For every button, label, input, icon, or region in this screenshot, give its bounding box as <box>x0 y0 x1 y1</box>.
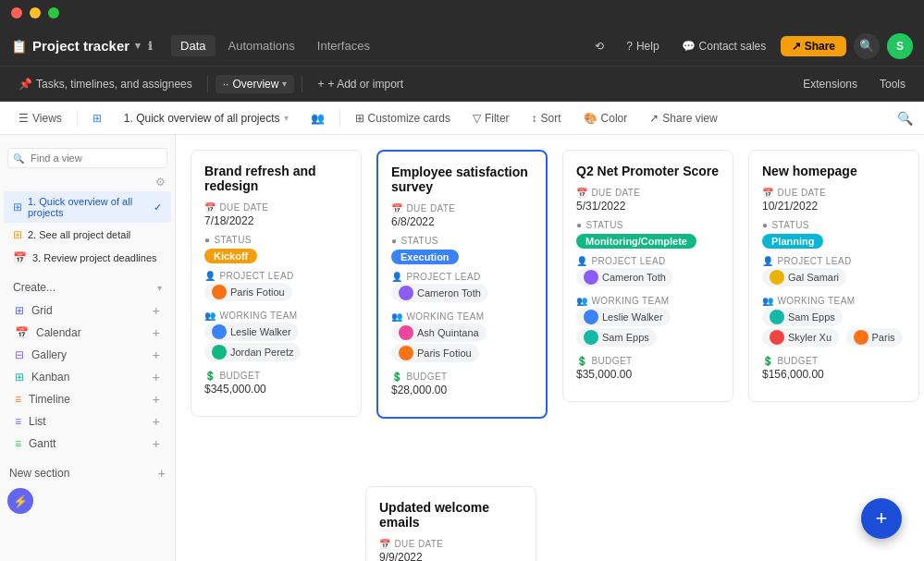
settings-icon[interactable]: ⚙ <box>155 176 166 189</box>
bolt-button[interactable]: ⚡ <box>7 488 33 514</box>
working-team-label: 👥 WORKING TEAM <box>576 296 720 306</box>
avatar <box>584 330 598 345</box>
find-view-input[interactable] <box>7 148 167 168</box>
calendar-icon: 📅 <box>13 251 27 264</box>
info-icon[interactable]: ℹ <box>148 40 153 53</box>
subnav-tasks[interactable]: 📌 Tasks, timelines, and assignees <box>11 75 200 93</box>
chat-icon: 💬 <box>682 40 696 53</box>
card-brand-refresh[interactable]: Brand refresh and redesign 📅 DUE DATE 7/… <box>191 150 362 417</box>
status-label: ● STATUS <box>576 220 720 230</box>
tab-interfaces[interactable]: Interfaces <box>308 35 379 56</box>
new-section-label: New section <box>9 467 69 480</box>
minimize-button[interactable] <box>30 7 41 18</box>
avatar <box>770 330 784 345</box>
add-icon: + <box>153 303 160 318</box>
budget-label: 💲 BUDGET <box>204 371 348 381</box>
close-button[interactable] <box>11 7 22 18</box>
budget-value: $345,000.00 <box>204 383 348 396</box>
search-icon: 🔍 <box>13 153 24 164</box>
sidebar-item-view3[interactable]: 📅 3. Review project deadlines <box>4 247 171 269</box>
grid-icon: ⊞ <box>13 228 22 241</box>
due-date-value: 5/31/2022 <box>576 200 720 213</box>
people-icon-btn[interactable]: 👥 <box>303 109 332 128</box>
due-date-label: 📅 DUE DATE <box>391 203 533 213</box>
toolbar-divider2 <box>339 110 340 127</box>
create-gallery[interactable]: ⊟ Gallery + <box>9 344 166 366</box>
sidebar-item-view2[interactable]: ⊞ 2. See all project detail <box>4 224 171 246</box>
avatar <box>399 286 413 300</box>
card-q2-nps[interactable]: Q2 Net Promoter Score 📅 DUE DATE 5/31/20… <box>562 150 733 402</box>
team-chip: Sam Epps <box>762 308 843 326</box>
tools-button[interactable]: Tools <box>872 74 913 94</box>
filter-button[interactable]: ▽ Filter <box>465 109 517 128</box>
calendar-icon: 📅 <box>391 203 402 213</box>
create-timeline[interactable]: ≡ Timeline + <box>9 388 166 410</box>
calendar-icon: 📅 <box>762 188 773 198</box>
card-new-homepage[interactable]: New homepage 📅 DUE DATE 10/21/2022 ● STA… <box>748 150 919 402</box>
working-team-label: 👥 WORKING TEAM <box>391 311 533 322</box>
project-lead-field: 👤 PROJECT LEAD Gal Samari <box>762 256 906 288</box>
history-button[interactable]: ⟲ <box>587 36 611 56</box>
card-employee-satisfaction[interactable]: Employee satisfaction survey 📅 DUE DATE … <box>376 150 548 419</box>
checkmark-icon: ✓ <box>154 201 162 213</box>
subnav-divider2 <box>302 76 302 92</box>
sidebar-item-view1[interactable]: ⊞ 1. Quick overview of all projects ✓ <box>4 191 171 223</box>
card-welcome-emails[interactable]: Updated welcome emails 📅 DUE DATE 9/9/20… <box>365 486 536 561</box>
color-button[interactable]: 🎨 Color <box>576 109 635 128</box>
cards-area: Brand refresh and redesign 📅 DUE DATE 7/… <box>176 135 924 561</box>
status-icon: ● <box>204 235 210 245</box>
project-lead-label: 👤 PROJECT LEAD <box>204 271 348 281</box>
subnav-add[interactable]: + + Add or import <box>310 75 411 93</box>
contact-sales-button[interactable]: 💬 Contact sales <box>674 36 774 56</box>
budget-label: 💲 BUDGET <box>576 356 720 366</box>
share-button[interactable]: ↗ Share <box>781 36 846 56</box>
sidebar-search[interactable]: 🔍 <box>7 148 167 168</box>
avatar[interactable]: S <box>887 33 913 59</box>
subnav-overview[interactable]: ·· Overview ▾ <box>216 75 295 93</box>
card-column-2: Employee satisfaction survey 📅 DUE DATE … <box>376 150 548 430</box>
tab-automations[interactable]: Automations <box>219 35 304 56</box>
due-date-label: 📅 DUE DATE <box>204 202 348 213</box>
views-toggle[interactable]: ☰ Views <box>11 109 69 128</box>
due-date-field: 📅 DUE DATE 6/8/2022 <box>391 203 533 228</box>
create-kanban[interactable]: ⊞ Kanban + <box>9 366 166 388</box>
sort-icon: ↕ <box>532 112 537 125</box>
create-list[interactable]: ≡ List + <box>9 410 166 433</box>
tab-data[interactable]: Data <box>171 35 215 56</box>
help-button[interactable]: ? Help <box>619 36 666 56</box>
main: 🔍 ⚙ ⊞ 1. Quick overview of all projects … <box>0 135 924 561</box>
status-badge: Execution <box>391 250 459 264</box>
create-section: Create... ▾ ⊞ Grid + 📅 Calendar + ⊟ Gall… <box>0 270 175 462</box>
gallery-icon: ⊟ <box>15 348 24 361</box>
budget-icon: 💲 <box>204 371 216 381</box>
new-section[interactable]: New section + <box>0 462 175 484</box>
add-icon: + <box>876 506 888 531</box>
create-toggle[interactable]: Create... ▾ <box>9 277 166 299</box>
kanban-icon: ⊞ <box>15 371 24 384</box>
calendar-icon: 📅 <box>204 202 216 213</box>
budget-icon: 💲 <box>576 356 587 366</box>
card-column-3: Q2 Net Promoter Score 📅 DUE DATE 5/31/20… <box>562 150 733 413</box>
team-chip: Sam Epps <box>576 328 657 347</box>
bolt-icon: ⚡ <box>13 494 28 508</box>
list-icon: ≡ <box>15 415 21 428</box>
search-icon[interactable]: 🔍 <box>854 33 880 59</box>
view-name[interactable]: 1. Quick overview of all projects ▾ <box>117 109 296 128</box>
search-button[interactable]: 🔍 <box>897 111 913 126</box>
extensions-button[interactable]: Extensions <box>795 74 865 94</box>
create-grid[interactable]: ⊞ Grid + <box>9 299 166 322</box>
maximize-button[interactable] <box>48 7 59 18</box>
working-team-chips: Sam Epps Skyler Xu Paris <box>762 308 906 348</box>
grid-icon: ⊞ <box>92 112 102 125</box>
create-gantt[interactable]: ≡ Gantt + <box>9 433 166 455</box>
view-grid-icon[interactable]: ⊞ <box>85 109 109 128</box>
sort-button[interactable]: ↕ Sort <box>524 109 569 128</box>
due-date-field: 📅 DUE DATE 9/9/2022 <box>379 539 523 561</box>
project-icon: 📋 <box>11 39 27 54</box>
team-icon: 👥 <box>576 296 587 306</box>
customize-cards-button[interactable]: ⊞ Customize cards <box>348 109 458 128</box>
fab-button[interactable]: + <box>861 498 902 539</box>
project-title-group[interactable]: 📋 Project tracker ▾ ℹ <box>11 38 153 54</box>
create-calendar[interactable]: 📅 Calendar + <box>9 322 166 344</box>
share-view-button[interactable]: ↗ Share view <box>642 109 724 128</box>
